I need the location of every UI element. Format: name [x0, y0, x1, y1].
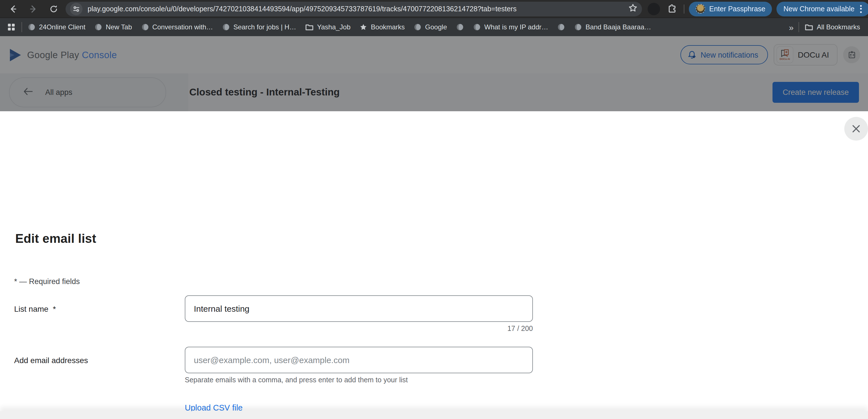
- bookmarks-bar: 24Online Client New Tab Conversation wit…: [0, 18, 868, 36]
- back-icon[interactable]: [6, 1, 20, 16]
- apps-grid-icon[interactable]: [8, 24, 15, 31]
- browser-toolbar: play.google.com/console/u/0/developers/7…: [0, 0, 868, 18]
- profile-avatar: [695, 4, 705, 13]
- bookmark-folder-yasha-job[interactable]: Yasha_Job: [305, 23, 350, 31]
- list-name-input[interactable]: Internal testing: [185, 295, 533, 322]
- forward-icon[interactable]: [26, 1, 41, 16]
- bookmark-conversation[interactable]: Conversation with…: [141, 23, 213, 31]
- modal-backdrop: [0, 36, 868, 111]
- reload-icon[interactable]: [46, 1, 61, 16]
- edit-email-list-modal: Edit email list * — Required fields List…: [0, 111, 868, 419]
- side-panel-icon[interactable]: [648, 3, 660, 15]
- bookmarks-overflow-icon[interactable]: »: [789, 22, 793, 32]
- bookmark-star-icon[interactable]: [628, 3, 638, 14]
- email-helper-text: Separate emails with a comma, and press …: [185, 376, 408, 384]
- bookmark-new-tab[interactable]: New Tab: [94, 23, 132, 31]
- bookmarks-divider: [22, 22, 22, 32]
- bookmark-search-jobs[interactable]: Search for jobs | H…: [222, 23, 296, 31]
- new-chrome-available-button[interactable]: New Chrome available: [777, 1, 868, 16]
- bookmark-unlabeled-1[interactable]: [456, 23, 464, 31]
- bookmark-google[interactable]: Google: [414, 23, 447, 31]
- bookmark-what-is-my-ip[interactable]: What is my IP addr…: [473, 23, 548, 31]
- close-modal-button[interactable]: [844, 117, 868, 140]
- enter-passphrase-label: Enter Passphrase: [709, 5, 766, 13]
- url-text[interactable]: play.google.com/console/u/0/developers/7…: [88, 5, 626, 13]
- extensions-icon[interactable]: [664, 1, 679, 16]
- modal-title: Edit email list: [15, 231, 96, 246]
- list-name-label: List name *: [14, 304, 56, 313]
- toolbar-divider: [684, 4, 684, 13]
- browser-menu-icon[interactable]: [860, 5, 863, 13]
- toolbar-right: Enter Passphrase New Chrome available: [648, 1, 868, 16]
- all-bookmarks-button[interactable]: All Bookmarks: [805, 23, 860, 31]
- site-settings-icon[interactable]: [70, 3, 83, 15]
- bookmarks-divider-right: [799, 22, 799, 32]
- char-counter: 17 / 200: [185, 325, 533, 332]
- bottom-edge-strip: [0, 411, 868, 419]
- screen: play.google.com/console/u/0/developers/7…: [0, 0, 868, 419]
- add-email-addresses-input[interactable]: user@example.com, user@example.com: [185, 347, 533, 373]
- bookmark-24online[interactable]: 24Online Client: [28, 23, 85, 31]
- close-icon: [851, 124, 861, 134]
- bookmark-unlabeled-2[interactable]: [557, 23, 565, 31]
- enter-passphrase-button[interactable]: Enter Passphrase: [689, 1, 772, 16]
- add-email-addresses-label: Add email addresses: [14, 356, 88, 365]
- address-bar[interactable]: play.google.com/console/u/0/developers/7…: [66, 1, 642, 16]
- required-fields-note: * — Required fields: [14, 277, 80, 286]
- new-chrome-label: New Chrome available: [783, 5, 855, 13]
- bookmark-bookmarks[interactable]: Bookmarks: [360, 23, 405, 31]
- bookmark-band-baaja[interactable]: Band Baaja Baaraa…: [574, 23, 651, 31]
